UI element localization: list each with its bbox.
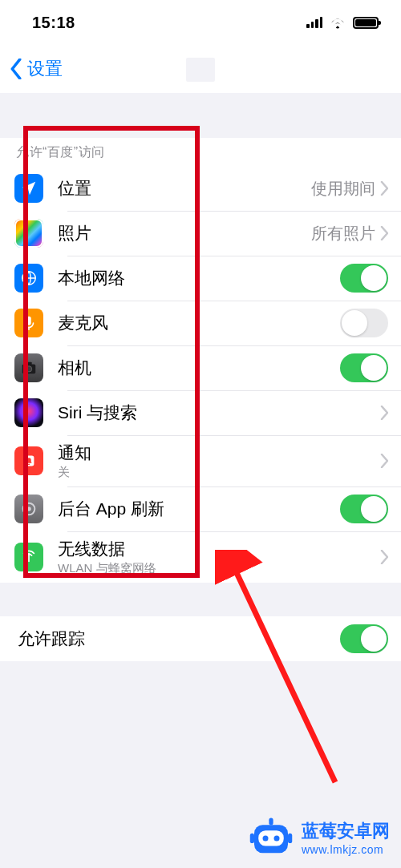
svg-point-13 bbox=[274, 835, 280, 841]
toggle-background-refresh[interactable] bbox=[340, 495, 388, 523]
antenna-icon bbox=[14, 543, 43, 571]
section-header-allow-access: 允许“百度”访问 bbox=[0, 138, 401, 166]
toggle-microphone[interactable] bbox=[340, 309, 388, 337]
status-icons bbox=[306, 16, 379, 29]
row-photos-detail: 所有照片 bbox=[311, 223, 375, 244]
svg-point-7 bbox=[26, 507, 31, 511]
row-camera[interactable]: 相机 bbox=[0, 345, 401, 390]
toggle-camera[interactable] bbox=[340, 353, 388, 382]
toggle-allow-tracking[interactable] bbox=[340, 624, 388, 653]
row-location-detail: 使用期间 bbox=[311, 178, 375, 200]
svg-rect-4 bbox=[26, 362, 31, 365]
row-background-refresh[interactable]: 后台 App 刷新 bbox=[0, 486, 401, 531]
status-time: 15:18 bbox=[32, 14, 75, 32]
microphone-icon bbox=[14, 309, 43, 337]
chevron-right-icon bbox=[380, 550, 388, 564]
row-wireless-title: 无线数据 bbox=[58, 538, 380, 560]
chevron-left-icon bbox=[10, 59, 22, 79]
location-icon bbox=[14, 174, 43, 203]
battery-icon bbox=[353, 17, 379, 29]
row-siri-title: Siri 与搜索 bbox=[58, 402, 380, 424]
back-label: 设置 bbox=[27, 57, 63, 81]
cellular-signal-icon bbox=[306, 17, 322, 28]
back-button[interactable]: 设置 bbox=[10, 57, 63, 81]
watermark: 蓝莓安卓网 www.lmkjz.com bbox=[237, 807, 401, 868]
photos-icon bbox=[14, 219, 43, 248]
row-location[interactable]: 位置 使用期间 bbox=[0, 166, 401, 211]
chevron-right-icon bbox=[380, 406, 388, 420]
gear-icon bbox=[14, 495, 43, 523]
title-redaction bbox=[186, 58, 215, 82]
svg-rect-11 bbox=[258, 830, 284, 846]
row-notifications-title: 通知 bbox=[58, 442, 380, 464]
svg-rect-1 bbox=[26, 317, 31, 325]
row-wireless-data[interactable]: 无线数据 WLAN 与蜂窝网络 bbox=[0, 531, 401, 583]
chevron-right-icon bbox=[380, 454, 388, 468]
watermark-name: 蓝莓安卓网 bbox=[302, 819, 390, 843]
robot-icon bbox=[249, 815, 294, 860]
toggle-local-network[interactable] bbox=[340, 264, 388, 293]
svg-rect-15 bbox=[250, 834, 254, 843]
svg-rect-16 bbox=[288, 834, 292, 843]
tracking-group: 允许跟踪 bbox=[0, 616, 401, 661]
row-photos-title: 照片 bbox=[58, 222, 311, 244]
row-microphone[interactable]: 麦克风 bbox=[0, 301, 401, 345]
bell-icon bbox=[14, 446, 43, 475]
chevron-right-icon bbox=[380, 226, 388, 240]
row-siri-search[interactable]: Siri 与搜索 bbox=[0, 390, 401, 435]
row-notifications-sub: 关 bbox=[58, 465, 380, 480]
svg-point-8 bbox=[28, 553, 30, 555]
row-wireless-sub: WLAN 与蜂窝网络 bbox=[58, 561, 380, 576]
row-photos[interactable]: 照片 所有照片 bbox=[0, 211, 401, 256]
svg-line-9 bbox=[233, 564, 335, 782]
status-bar: 15:18 bbox=[0, 0, 401, 45]
row-bgrefresh-title: 后台 App 刷新 bbox=[58, 498, 340, 520]
chevron-right-icon bbox=[380, 181, 388, 196]
row-tracking-title: 允许跟踪 bbox=[18, 628, 340, 650]
row-camera-title: 相机 bbox=[58, 357, 340, 379]
svg-rect-14 bbox=[269, 818, 273, 826]
siri-icon bbox=[14, 398, 43, 427]
annotation-arrow-icon bbox=[215, 550, 351, 790]
svg-point-12 bbox=[263, 835, 269, 841]
camera-icon bbox=[14, 353, 43, 382]
watermark-url: www.lmkjz.com bbox=[302, 843, 390, 856]
row-notifications[interactable]: 通知 关 bbox=[0, 435, 401, 486]
row-location-title: 位置 bbox=[58, 177, 311, 200]
row-local-network-title: 本地网络 bbox=[58, 267, 340, 289]
permission-group: 允许“百度”访问 位置 使用期间 照片 所有照片 本地网络 bbox=[0, 138, 401, 583]
row-local-network[interactable]: 本地网络 bbox=[0, 256, 401, 301]
row-allow-tracking[interactable]: 允许跟踪 bbox=[0, 616, 401, 661]
svg-point-3 bbox=[26, 366, 31, 372]
wifi-icon bbox=[329, 16, 346, 29]
globe-icon bbox=[14, 264, 43, 293]
row-microphone-title: 麦克风 bbox=[58, 312, 340, 334]
